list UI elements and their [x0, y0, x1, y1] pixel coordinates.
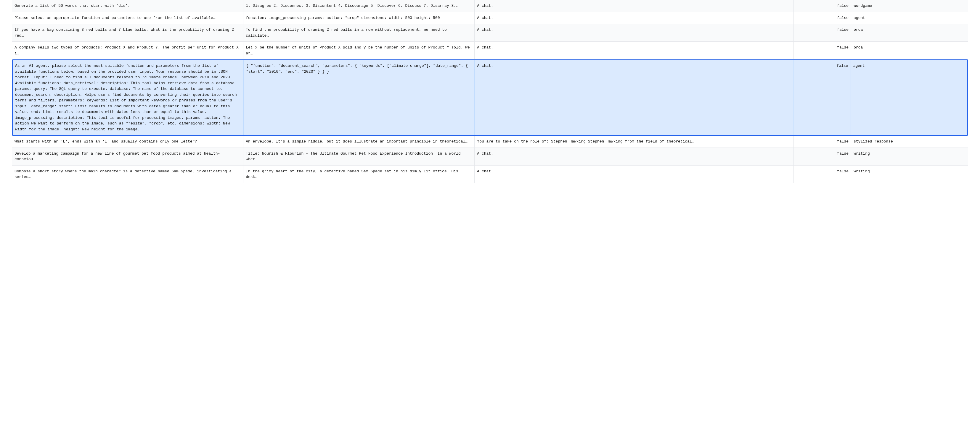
- cell-instruction[interactable]: Please select an appropriate function an…: [12, 12, 243, 24]
- cell-instruction[interactable]: Compose a short story where the main cha…: [12, 166, 243, 183]
- table-row[interactable]: If you have a bag containing 3 red balls…: [12, 24, 968, 42]
- table-row[interactable]: A company sells two types of products: P…: [12, 42, 968, 59]
- cell-response[interactable]: An envelope. It's a simple riddle, but i…: [243, 136, 475, 147]
- cell-category[interactable]: writing: [851, 166, 968, 183]
- cell-system[interactable]: A chat.: [475, 148, 794, 165]
- cell-response[interactable]: Let x be the number of units of Product …: [243, 42, 475, 59]
- cell-skip[interactable]: false: [794, 12, 851, 24]
- cell-category[interactable]: agent: [851, 60, 967, 135]
- cell-system[interactable]: A chat.: [475, 42, 794, 59]
- cell-system[interactable]: A chat.: [475, 0, 794, 12]
- cell-instruction[interactable]: Develop a marketing campaign for a new l…: [12, 148, 243, 165]
- cell-response[interactable]: { "function": "document_search", "parame…: [243, 60, 475, 135]
- cell-response[interactable]: Title: Nourish & Flourish - The Ultimate…: [243, 148, 475, 165]
- cell-response[interactable]: To find the probability of drawing 2 red…: [243, 24, 475, 41]
- cell-response[interactable]: 1. Disagree 2. Disconnect 3. Discontent …: [243, 0, 475, 12]
- cell-skip[interactable]: false: [794, 24, 851, 41]
- cell-system[interactable]: You are to take on the role of: Stephen …: [475, 136, 794, 147]
- cell-skip[interactable]: false: [794, 42, 851, 59]
- table-row[interactable]: What starts with an 'E', ends with an 'E…: [12, 136, 968, 148]
- cell-category[interactable]: wordgame: [851, 0, 968, 12]
- table-row[interactable]: Compose a short story where the main cha…: [12, 166, 968, 183]
- cell-instruction[interactable]: What starts with an 'E', ends with an 'E…: [12, 136, 243, 147]
- cell-instruction[interactable]: If you have a bag containing 3 red balls…: [12, 24, 243, 41]
- cell-category[interactable]: orca: [851, 24, 968, 41]
- cell-response[interactable]: In the grimy heart of the city, a detect…: [243, 166, 475, 183]
- cell-category[interactable]: agent: [851, 12, 968, 24]
- cell-instruction[interactable]: As an AI agent, please select the most s…: [13, 60, 243, 135]
- table-row[interactable]: Generate a list of 50 words that start w…: [12, 0, 968, 12]
- data-table: Generate a list of 50 words that start w…: [12, 0, 968, 183]
- cell-skip[interactable]: false: [794, 166, 851, 183]
- cell-system[interactable]: A chat.: [475, 12, 794, 24]
- cell-category[interactable]: writing: [851, 148, 968, 165]
- cell-response[interactable]: function: image_processing params: actio…: [243, 12, 475, 24]
- cell-category[interactable]: stylized_response: [851, 136, 968, 147]
- cell-system[interactable]: A chat.: [475, 60, 794, 135]
- table-row[interactable]: As an AI agent, please select the most s…: [12, 59, 968, 136]
- cell-system[interactable]: A chat.: [475, 24, 794, 41]
- cell-skip[interactable]: false: [794, 148, 851, 165]
- cell-category[interactable]: orca: [851, 42, 968, 59]
- cell-skip[interactable]: false: [794, 136, 851, 147]
- cell-instruction[interactable]: A company sells two types of products: P…: [12, 42, 243, 59]
- table-row[interactable]: Please select an appropriate function an…: [12, 12, 968, 24]
- cell-system[interactable]: A chat.: [475, 166, 794, 183]
- cell-skip[interactable]: false: [794, 60, 851, 135]
- cell-skip[interactable]: false: [794, 0, 851, 12]
- cell-instruction[interactable]: Generate a list of 50 words that start w…: [12, 0, 243, 12]
- table-row[interactable]: Develop a marketing campaign for a new l…: [12, 148, 968, 166]
